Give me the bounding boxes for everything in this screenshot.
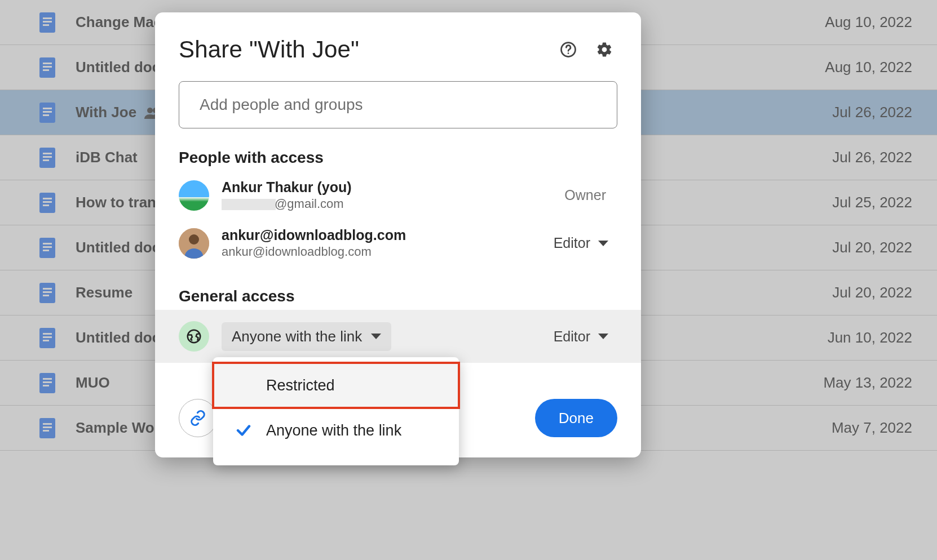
- dropdown-label: Restricted: [255, 377, 335, 394]
- person-info: Ankur Thakur (you) @gmail.com: [222, 179, 564, 211]
- role-label: Editor: [554, 235, 590, 251]
- role-label-owner: Owner: [564, 187, 617, 203]
- general-access-row: Anyone with the link Editor: [155, 310, 641, 363]
- person-email: ankur@idownloadblog.com: [222, 245, 554, 259]
- dropdown-label: Anyone with the link: [255, 422, 401, 439]
- general-role-dropdown[interactable]: Editor: [554, 328, 617, 345]
- avatar: [179, 180, 209, 211]
- svg-point-45: [189, 234, 199, 245]
- check-icon: [232, 422, 255, 439]
- dialog-header: Share "With Joe": [155, 12, 641, 69]
- svg-point-43: [568, 52, 569, 54]
- gear-icon[interactable]: [591, 37, 617, 63]
- chevron-down-icon: [371, 334, 381, 339]
- person-email: @gmail.com: [222, 197, 564, 211]
- dialog-title: Share "With Joe": [179, 36, 555, 63]
- svg-point-46: [188, 330, 201, 343]
- done-button[interactable]: Done: [535, 399, 617, 437]
- copy-link-button[interactable]: [179, 399, 217, 437]
- help-icon[interactable]: [555, 37, 581, 63]
- add-people-input[interactable]: [179, 81, 617, 128]
- globe-icon: [179, 321, 209, 352]
- role-label: Editor: [554, 328, 590, 345]
- person-name: Ankur Thakur (you): [222, 179, 564, 195]
- dropdown-option-anyone[interactable]: Anyone with the link: [213, 408, 459, 453]
- general-access-dropdown: Restricted Anyone with the link: [213, 357, 459, 465]
- people-with-access-heading: People with access: [155, 128, 641, 171]
- general-access-selector[interactable]: Anyone with the link: [222, 322, 391, 351]
- chevron-down-icon: [598, 241, 608, 246]
- person-row-editor: ankur@idownloadblog.com ankur@idownloadb…: [155, 219, 641, 267]
- general-access-current: Anyone with the link: [232, 328, 362, 345]
- dropdown-option-restricted[interactable]: Restricted: [213, 363, 459, 408]
- role-dropdown[interactable]: Editor: [554, 235, 617, 251]
- person-info: ankur@idownloadblog.com ankur@idownloadb…: [222, 227, 554, 259]
- avatar: [179, 228, 209, 259]
- input-wrapper: [155, 69, 641, 128]
- general-access-heading: General access: [155, 267, 641, 310]
- person-name: ankur@idownloadblog.com: [222, 227, 554, 243]
- person-row-owner: Ankur Thakur (you) @gmail.com Owner: [155, 171, 641, 219]
- chevron-down-icon: [598, 334, 608, 339]
